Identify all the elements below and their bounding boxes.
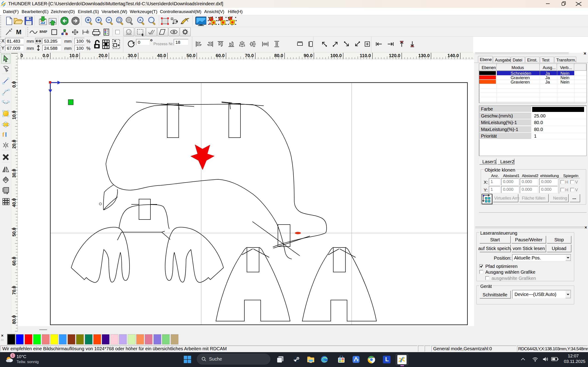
svg-text:0: 0 <box>20 53 23 58</box>
svg-text:70.0: 70.0 <box>11 286 17 295</box>
svg-text:10.0: 10.0 <box>69 53 78 58</box>
svg-text:20.0: 20.0 <box>11 140 17 149</box>
svg-text:A: A <box>209 22 211 25</box>
svg-text:140.0: 140.0 <box>447 53 459 58</box>
svg-text:80.0: 80.0 <box>11 315 17 324</box>
svg-text:100.0: 100.0 <box>330 53 342 58</box>
svg-text:I: I <box>5 131 7 138</box>
svg-text:10.0: 10.0 <box>11 110 17 119</box>
svg-text:60.0: 60.0 <box>216 53 225 58</box>
svg-text:50.0: 50.0 <box>187 53 195 58</box>
svg-text:70.0: 70.0 <box>245 53 254 58</box>
svg-text:A: A <box>139 18 141 22</box>
svg-text:40.0: 40.0 <box>157 53 166 58</box>
svg-text:110.0: 110.0 <box>360 53 371 58</box>
svg-text:30.0: 30.0 <box>11 169 17 178</box>
svg-text:60.0: 60.0 <box>11 257 17 266</box>
svg-text:40.0: 40.0 <box>11 198 17 207</box>
svg-text:30.0: 30.0 <box>128 53 137 58</box>
svg-text:20.0: 20.0 <box>99 53 107 58</box>
svg-text:50.0: 50.0 <box>11 227 17 236</box>
svg-text:130.0: 130.0 <box>418 53 430 58</box>
svg-text:f: f <box>2 131 4 138</box>
svg-text:0.0: 0.0 <box>11 81 17 88</box>
svg-text:120.0: 120.0 <box>389 53 400 58</box>
svg-text:0.0: 0.0 <box>43 53 49 58</box>
svg-text:90.0: 90.0 <box>304 53 313 58</box>
svg-text:80.0: 80.0 <box>274 53 283 58</box>
